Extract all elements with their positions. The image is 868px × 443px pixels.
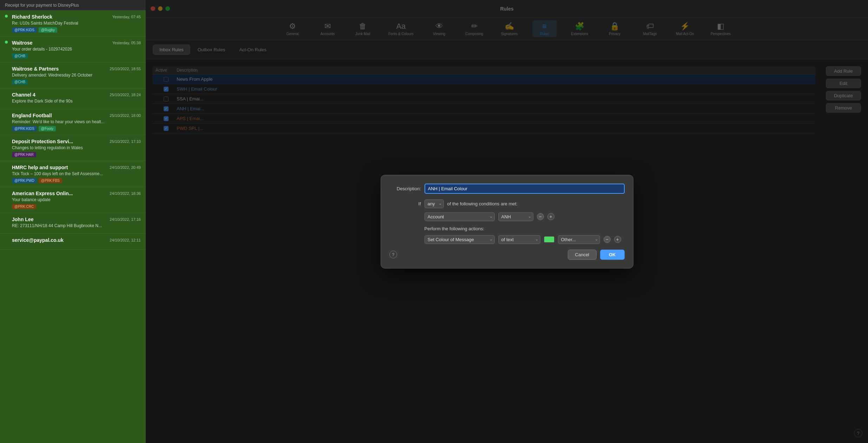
- email-item[interactable]: England Football25/10/2022, 18:00Reminde…: [0, 109, 146, 135]
- email-sender: HMRC help and support: [12, 165, 68, 170]
- ok-button[interactable]: OK: [600, 250, 625, 260]
- main-content: Rules ⚙General✉Accounts🗑Junk MailAaFonts…: [146, 0, 868, 443]
- email-item[interactable]: HMRC help and support24/10/2022, 20:49Ti…: [0, 161, 146, 187]
- email-content: England Football25/10/2022, 18:00Reminde…: [12, 113, 141, 131]
- pin-indicator: [5, 15, 11, 18]
- email-item[interactable]: John Lee24/10/2022, 17:16RE: 273111/NH/1…: [0, 213, 146, 234]
- email-tag[interactable]: @PRK:PWD: [12, 178, 37, 183]
- email-tag[interactable]: @CHB: [12, 53, 28, 59]
- email-content: John Lee24/10/2022, 17:16RE: 273111/NH/1…: [12, 217, 141, 230]
- account-dropdown[interactable]: AccountFromToSubject: [425, 212, 495, 221]
- description-input[interactable]: [425, 184, 625, 194]
- email-subject: Re: U10s Saints MatchDay Festival: [12, 21, 141, 26]
- email-content: service@paypal.co.uk24/10/2022, 12:11: [12, 237, 141, 246]
- email-subject: Tick Tock – 100 days left on the Self As…: [12, 171, 141, 176]
- modal-help-button[interactable]: ?: [389, 251, 397, 258]
- color-swatch: [544, 236, 554, 243]
- email-date: Yesterday, 05:38: [112, 41, 141, 45]
- email-sender: Richard Sherlock: [12, 14, 52, 20]
- condition-dropdowns: AccountFromToSubject ANHSWHSSAAPS − +: [425, 212, 625, 221]
- email-tag[interactable]: @PRK:HAR: [12, 152, 36, 157]
- email-subject: Your balance update: [12, 197, 141, 202]
- email-tag[interactable]: @PRK:KIDS: [12, 27, 37, 33]
- email-content: Richard SherlockYesterday, 07:45Re: U10s…: [12, 14, 141, 33]
- email-sender: John Lee: [12, 217, 33, 222]
- modal-overlay: Description: If anyall of the following …: [146, 0, 868, 443]
- email-subject: Delivery amended: Wednesday 26 October: [12, 73, 141, 78]
- email-date: 24/10/2022, 12:11: [110, 238, 141, 242]
- of-text-wrap: of textof backgroundof both: [498, 235, 540, 244]
- modal-footer: ? Cancel OK: [389, 250, 625, 260]
- remove-condition-button[interactable]: −: [537, 213, 544, 220]
- email-content: HMRC help and support24/10/2022, 20:49Ti…: [12, 165, 141, 183]
- email-subject: RE: 273111/NH/18 44 Camp Hill Bugbrooke …: [12, 223, 141, 228]
- email-subject: Your order details - 1029742026: [12, 47, 141, 52]
- email-content: Channel 425/10/2022, 18:24Explore the Da…: [12, 92, 141, 105]
- pin-indicator: [5, 41, 11, 44]
- condition-any-select[interactable]: anyall: [425, 199, 444, 208]
- email-header: service@paypal.co.uk24/10/2022, 12:11: [12, 237, 141, 243]
- edit-rule-modal: Description: If anyall of the following …: [381, 175, 633, 269]
- description-row: Description:: [389, 184, 625, 194]
- email-item[interactable]: Deposit Protection Servi...25/10/2022, 1…: [0, 135, 146, 161]
- email-list: Richard SherlockYesterday, 07:45Re: U10s…: [0, 11, 146, 250]
- other-dropdown[interactable]: Other...RedBlueGreenOrange: [558, 235, 600, 244]
- email-tag[interactable]: @CHB: [12, 79, 28, 85]
- email-header: England Football25/10/2022, 18:00: [12, 113, 141, 118]
- cancel-button[interactable]: Cancel: [568, 250, 597, 260]
- if-label: If: [389, 201, 421, 206]
- email-header: Deposit Protection Servi...25/10/2022, 1…: [12, 139, 141, 144]
- email-subject: Reminder: We'd like to hear your views o…: [12, 119, 141, 124]
- email-date: 24/10/2022, 20:49: [110, 165, 141, 170]
- anh-dropdown-wrap: ANHSWHSSAAPS: [498, 212, 533, 221]
- email-tags: @PRK:PWD@PRK:FBS: [12, 178, 141, 183]
- email-header: Richard SherlockYesterday, 07:45: [12, 14, 141, 20]
- current-email-subject: Receipt for your payment to DisneyPlus: [0, 0, 146, 11]
- email-date: 24/10/2022, 18:36: [110, 191, 141, 196]
- email-tags: @CHB: [12, 53, 141, 59]
- add-condition-button[interactable]: +: [547, 213, 554, 220]
- email-item[interactable]: Waitrose & Partners25/10/2022, 18:55Deli…: [0, 62, 146, 88]
- email-item[interactable]: Richard SherlockYesterday, 07:45Re: U10s…: [0, 11, 146, 37]
- email-tag[interactable]: @Rugby: [39, 27, 57, 33]
- email-item[interactable]: Channel 425/10/2022, 18:24Explore the Da…: [0, 88, 146, 109]
- other-wrap: Other...RedBlueGreenOrange: [558, 235, 600, 244]
- email-date: 24/10/2022, 17:16: [110, 217, 141, 222]
- email-content: Waitrose & Partners25/10/2022, 18:55Deli…: [12, 66, 141, 85]
- email-sender: Waitrose & Partners: [12, 66, 59, 72]
- email-item[interactable]: American Express Onlin...24/10/2022, 18:…: [0, 187, 146, 213]
- email-tags: @PRK:HAR: [12, 152, 141, 157]
- anh-dropdown[interactable]: ANHSWHSSAAPS: [498, 212, 533, 221]
- email-date: Yesterday, 07:45: [112, 15, 141, 19]
- email-header: HMRC help and support24/10/2022, 20:49: [12, 165, 141, 170]
- if-condition-row: If anyall of the following conditions ar…: [389, 199, 625, 208]
- condition-any-wrap: anyall: [425, 199, 444, 208]
- email-tags: @PRK:KIDS@Rugby: [12, 27, 141, 33]
- email-tag[interactable]: @PRK:CRC: [12, 204, 36, 209]
- email-sender: American Express Onlin...: [12, 191, 73, 196]
- email-tag[interactable]: @PRK:KIDS: [12, 126, 37, 131]
- email-sender: Deposit Protection Servi...: [12, 139, 73, 144]
- email-tag[interactable]: @PRK:FBS: [39, 178, 62, 183]
- email-sender: Waitrose: [12, 40, 33, 46]
- email-date: 25/10/2022, 18:55: [110, 67, 141, 71]
- email-sidebar: Receipt for your payment to DisneyPlus R…: [0, 0, 146, 443]
- email-content: American Express Onlin...24/10/2022, 18:…: [12, 191, 141, 209]
- set-colour-wrap: Set Colour of MessageMove MessageCopy Me…: [425, 235, 495, 244]
- email-subject: Explore the Dark Side of the 90s: [12, 99, 141, 104]
- set-colour-dropdown[interactable]: Set Colour of MessageMove MessageCopy Me…: [425, 235, 495, 244]
- remove-action-button[interactable]: −: [604, 236, 611, 243]
- email-header: American Express Onlin...24/10/2022, 18:…: [12, 191, 141, 196]
- email-header: WaitroseYesterday, 05:38: [12, 40, 141, 46]
- add-action-button[interactable]: +: [614, 236, 621, 243]
- email-tags: @PRK:CRC: [12, 204, 141, 209]
- email-sender: Channel 4: [12, 92, 35, 98]
- email-item[interactable]: WaitroseYesterday, 05:38Your order detai…: [0, 37, 146, 62]
- email-tag[interactable]: @Footy: [39, 126, 56, 131]
- condition-text: of the following conditions are met:: [447, 201, 518, 206]
- account-dropdown-wrap: AccountFromToSubject: [425, 212, 495, 221]
- of-text-dropdown[interactable]: of textof backgroundof both: [498, 235, 540, 244]
- email-content: Deposit Protection Servi...25/10/2022, 1…: [12, 139, 141, 157]
- email-item[interactable]: service@paypal.co.uk24/10/2022, 12:11: [0, 234, 146, 250]
- email-date: 25/10/2022, 17:10: [110, 139, 141, 144]
